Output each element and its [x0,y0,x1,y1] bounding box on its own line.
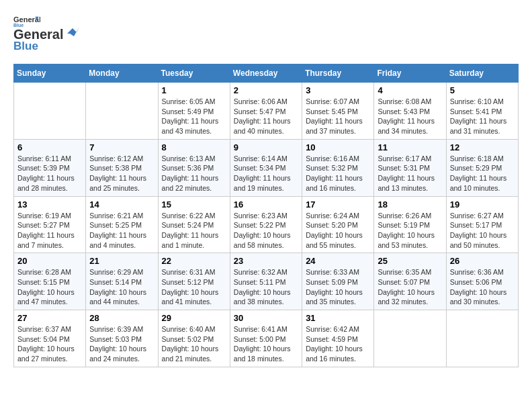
calendar-cell: 17Sunrise: 6:24 AMSunset: 5:20 PMDayligh… [302,196,374,253]
calendar-cell: 15Sunrise: 6:22 AMSunset: 5:24 PMDayligh… [158,196,230,253]
weekday-header-tuesday: Tuesday [158,64,230,83]
day-info: Sunrise: 6:40 AMSunset: 5:02 PMDaylight:… [162,324,226,364]
day-info: Sunrise: 6:13 AMSunset: 5:36 PMDaylight:… [162,154,226,193]
day-number: 8 [162,142,226,152]
day-number: 14 [89,199,154,210]
day-number: 4 [378,85,442,95]
calendar-cell: 22Sunrise: 6:31 AMSunset: 5:12 PMDayligh… [158,253,230,310]
day-number: 7 [89,142,154,152]
day-number: 22 [162,256,226,266]
day-info: Sunrise: 6:21 AMSunset: 5:25 PMDaylight:… [89,211,154,250]
calendar-cell: 20Sunrise: 6:28 AMSunset: 5:15 PMDayligh… [14,253,86,310]
calendar-week-4: 20Sunrise: 6:28 AMSunset: 5:15 PMDayligh… [14,253,519,310]
calendar-week-5: 27Sunrise: 6:37 AMSunset: 5:04 PMDayligh… [14,310,519,367]
day-info: Sunrise: 6:10 AMSunset: 5:41 PMDaylight:… [450,97,515,136]
calendar-cell: 11Sunrise: 6:17 AMSunset: 5:31 PMDayligh… [374,139,446,196]
day-number: 15 [162,199,226,210]
day-info: Sunrise: 6:28 AMSunset: 5:15 PMDaylight:… [17,267,82,307]
calendar-cell: 26Sunrise: 6:36 AMSunset: 5:06 PMDayligh… [446,253,518,310]
day-number: 21 [89,256,154,266]
day-info: Sunrise: 6:32 AMSunset: 5:11 PMDaylight:… [234,267,298,307]
calendar-cell: 14Sunrise: 6:21 AMSunset: 5:25 PMDayligh… [86,196,158,253]
calendar-cell: 27Sunrise: 6:37 AMSunset: 5:04 PMDayligh… [14,310,86,367]
day-info: Sunrise: 6:33 AMSunset: 5:09 PMDaylight:… [306,267,370,307]
calendar-cell: 31Sunrise: 6:42 AMSunset: 4:59 PMDayligh… [302,310,374,367]
day-info: Sunrise: 6:05 AMSunset: 5:49 PMDaylight:… [162,97,226,136]
calendar-cell [14,83,86,140]
day-number: 6 [17,142,82,152]
day-info: Sunrise: 6:07 AMSunset: 5:45 PMDaylight:… [306,97,370,136]
day-number: 16 [234,199,298,210]
day-number: 2 [234,85,298,95]
day-number: 26 [450,256,515,266]
day-info: Sunrise: 6:08 AMSunset: 5:43 PMDaylight:… [378,97,442,136]
calendar-cell: 1Sunrise: 6:05 AMSunset: 5:49 PMDaylight… [158,83,230,140]
day-info: Sunrise: 6:19 AMSunset: 5:27 PMDaylight:… [17,211,82,250]
calendar-cell [86,83,158,140]
day-info: Sunrise: 6:31 AMSunset: 5:12 PMDaylight:… [162,267,226,307]
calendar-cell: 19Sunrise: 6:27 AMSunset: 5:17 PMDayligh… [446,196,518,253]
calendar-cell: 30Sunrise: 6:41 AMSunset: 5:00 PMDayligh… [230,310,302,367]
calendar-week-1: 1Sunrise: 6:05 AMSunset: 5:49 PMDaylight… [14,83,519,140]
day-number: 12 [450,142,515,152]
day-number: 25 [378,256,442,266]
day-number: 27 [17,313,82,323]
day-number: 31 [306,313,370,323]
day-info: Sunrise: 6:26 AMSunset: 5:19 PMDaylight:… [378,211,442,250]
calendar-cell: 6Sunrise: 6:11 AMSunset: 5:39 PMDaylight… [14,139,86,196]
day-number: 10 [306,142,370,152]
calendar-cell: 18Sunrise: 6:26 AMSunset: 5:19 PMDayligh… [374,196,446,253]
day-info: Sunrise: 6:35 AMSunset: 5:07 PMDaylight:… [378,267,442,307]
weekday-header-sunday: Sunday [14,64,86,83]
day-info: Sunrise: 6:36 AMSunset: 5:06 PMDaylight:… [450,267,515,307]
calendar-cell: 29Sunrise: 6:40 AMSunset: 5:02 PMDayligh… [158,310,230,367]
day-number: 29 [162,313,226,323]
weekday-header-wednesday: Wednesday [230,64,302,83]
weekday-header-friday: Friday [374,64,446,83]
day-info: Sunrise: 6:18 AMSunset: 5:29 PMDaylight:… [450,154,515,193]
day-info: Sunrise: 6:23 AMSunset: 5:22 PMDaylight:… [234,211,298,250]
day-info: Sunrise: 6:06 AMSunset: 5:47 PMDaylight:… [234,97,298,136]
day-info: Sunrise: 6:12 AMSunset: 5:38 PMDaylight:… [89,154,154,193]
day-info: Sunrise: 6:41 AMSunset: 5:00 PMDaylight:… [234,324,298,364]
day-number: 23 [234,256,298,266]
calendar-cell: 7Sunrise: 6:12 AMSunset: 5:38 PMDaylight… [86,139,158,196]
page-header: General Blue General Blue [13,13,519,53]
day-number: 28 [89,313,154,323]
day-info: Sunrise: 6:14 AMSunset: 5:34 PMDaylight:… [234,154,298,193]
calendar-cell: 13Sunrise: 6:19 AMSunset: 5:27 PMDayligh… [14,196,86,253]
calendar-table: SundayMondayTuesdayWednesdayThursdayFrid… [13,64,519,367]
day-info: Sunrise: 6:29 AMSunset: 5:14 PMDaylight:… [89,267,154,307]
day-number: 30 [234,313,298,323]
day-number: 24 [306,256,370,266]
day-info: Sunrise: 6:16 AMSunset: 5:32 PMDaylight:… [306,154,370,193]
day-number: 9 [234,142,298,152]
calendar-cell: 28Sunrise: 6:39 AMSunset: 5:03 PMDayligh… [86,310,158,367]
day-number: 18 [378,199,442,210]
calendar-cell: 8Sunrise: 6:13 AMSunset: 5:36 PMDaylight… [158,139,230,196]
day-number: 1 [162,85,226,95]
calendar-cell: 2Sunrise: 6:06 AMSunset: 5:47 PMDaylight… [230,83,302,140]
day-number: 19 [450,199,515,210]
weekday-header-thursday: Thursday [302,64,374,83]
day-info: Sunrise: 6:37 AMSunset: 5:04 PMDaylight:… [17,324,82,364]
calendar-week-2: 6Sunrise: 6:11 AMSunset: 5:39 PMDaylight… [14,139,519,196]
calendar-cell: 9Sunrise: 6:14 AMSunset: 5:34 PMDaylight… [230,139,302,196]
day-info: Sunrise: 6:39 AMSunset: 5:03 PMDaylight:… [89,324,154,364]
calendar-week-3: 13Sunrise: 6:19 AMSunset: 5:27 PMDayligh… [14,196,519,253]
day-number: 17 [306,199,370,210]
day-number: 11 [378,142,442,152]
calendar-cell: 4Sunrise: 6:08 AMSunset: 5:43 PMDaylight… [374,83,446,140]
day-number: 3 [306,85,370,95]
logo-svg: General Blue [13,15,40,27]
logo: General Blue General Blue [13,13,79,53]
svg-marker-3 [67,27,79,36]
weekday-header-row: SundayMondayTuesdayWednesdayThursdayFrid… [14,64,519,83]
logo-blue: Blue [13,40,38,53]
calendar-cell [374,310,446,367]
day-number: 13 [17,199,82,210]
day-info: Sunrise: 6:17 AMSunset: 5:31 PMDaylight:… [378,154,442,193]
day-info: Sunrise: 6:27 AMSunset: 5:17 PMDaylight:… [450,211,515,250]
day-info: Sunrise: 6:22 AMSunset: 5:24 PMDaylight:… [162,211,226,250]
calendar-cell: 23Sunrise: 6:32 AMSunset: 5:11 PMDayligh… [230,253,302,310]
